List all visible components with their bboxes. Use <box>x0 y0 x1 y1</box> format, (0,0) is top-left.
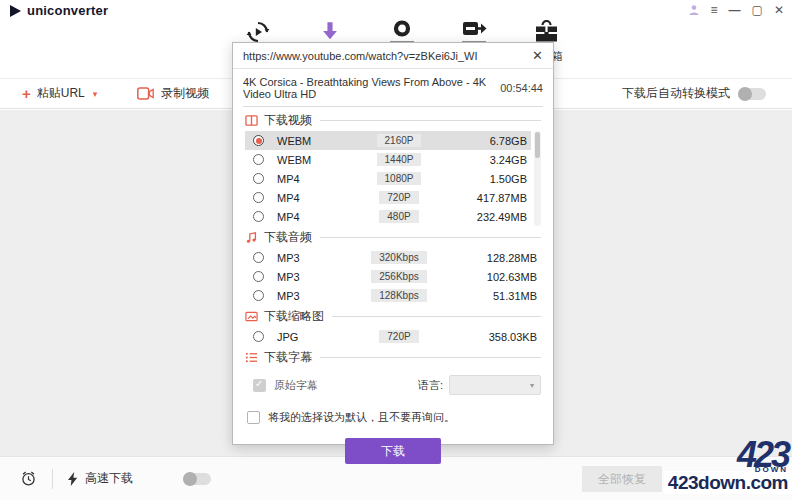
auto-convert-group: 下载后自动转换模式 <box>622 85 766 102</box>
dialog-close-icon[interactable]: ✕ <box>532 49 543 62</box>
paste-url-button[interactable]: + 粘贴URL ▾ <box>22 85 97 102</box>
radio-button[interactable] <box>253 192 264 203</box>
video-options-list: WEBM2160P6.78GBWEBM1440P3.24GBMP41080P1.… <box>245 131 541 226</box>
section-header-audio: 下载音频 <box>245 227 541 248</box>
format-label: MP3 <box>277 290 363 302</box>
radio-button[interactable] <box>253 331 264 342</box>
default-choice-row: 将我的选择设为默认，且不要再询问。 <box>245 410 541 425</box>
quality-badge-wrap: 2160P <box>363 134 435 147</box>
radio-button[interactable] <box>253 252 264 263</box>
scrollbar-thumb[interactable] <box>535 132 540 158</box>
scrollbar[interactable] <box>534 131 541 226</box>
divider <box>332 316 541 317</box>
quality-badge-wrap: 1080P <box>363 172 435 185</box>
chevron-down-icon[interactable]: ▾ <box>93 89 98 99</box>
quality-badge-wrap: 720P <box>363 191 435 204</box>
record-video-label: 录制视频 <box>161 85 209 102</box>
option-row-mp3-128kbps[interactable]: MP3128Kbps51.31MB <box>245 286 541 305</box>
high-speed-toggle[interactable] <box>183 473 211 485</box>
toggle-knob <box>183 472 197 486</box>
radio-button[interactable] <box>253 173 264 184</box>
option-row-mp4-480p[interactable]: MP4480P232.49MB <box>245 207 531 226</box>
download-icon <box>319 20 341 42</box>
option-row-mp4-720p[interactable]: MP4720P417.87MB <box>245 188 531 207</box>
language-dropdown[interactable]: ▾ <box>449 375 541 395</box>
quality-badge-wrap: 128Kbps <box>363 289 435 302</box>
schedule-clock-icon[interactable] <box>20 470 37 487</box>
window-controls: ≡ — ▢ ✕ <box>688 2 784 18</box>
radio-button[interactable] <box>253 290 264 301</box>
record-video-button[interactable]: 录制视频 <box>137 85 209 102</box>
file-size: 232.49MB <box>435 211 531 223</box>
auto-convert-toggle[interactable] <box>738 88 766 100</box>
divider <box>320 357 541 358</box>
option-row-webm-2160p[interactable]: WEBM2160P6.78GB <box>245 131 531 150</box>
paste-url-label: 粘贴URL <box>37 85 85 102</box>
divider <box>52 469 53 489</box>
lightning-icon <box>68 472 78 486</box>
format-label: MP3 <box>277 271 363 283</box>
dialog-body: 下载视频 WEBM2160P6.78GBWEBM1440P3.24GBMP410… <box>233 107 553 464</box>
quality-badge: 480P <box>379 210 418 223</box>
original-subtitle-label: 原始字幕 <box>274 378 318 393</box>
quality-badge: 2160P <box>377 134 422 147</box>
file-size: 3.24GB <box>435 154 531 166</box>
radio-button[interactable] <box>253 135 264 146</box>
quality-badge-wrap: 320Kbps <box>363 251 435 264</box>
download-dialog: https://www.youtube.com/watch?v=zBKei6Ji… <box>232 42 554 445</box>
menu-icon[interactable]: ≡ <box>711 3 718 17</box>
section-title-subtitle: 下载字幕 <box>264 349 312 366</box>
subtitle-row: 原始字幕 语言: ▾ <box>245 375 541 395</box>
file-size: 102.63MB <box>435 271 541 283</box>
radio-button[interactable] <box>253 211 264 222</box>
video-url: https://www.youtube.com/watch?v=zBKei6Ji… <box>243 50 532 62</box>
thumbnail-options-list: JPG720P358.03KB <box>245 327 541 346</box>
file-size: 417.87MB <box>435 192 531 204</box>
original-subtitle-checkbox[interactable] <box>253 379 266 392</box>
quality-badge-wrap: 480P <box>363 210 435 223</box>
video-duration: 00:54:44 <box>500 82 543 94</box>
quality-badge: 128Kbps <box>371 289 426 302</box>
format-label: MP4 <box>277 211 363 223</box>
quality-badge: 256Kbps <box>371 270 426 283</box>
option-row-jpg-720p[interactable]: JPG720P358.03KB <box>245 327 541 346</box>
format-label: MP4 <box>277 192 363 204</box>
section-title-audio: 下载音频 <box>264 229 312 246</box>
resume-all-button[interactable]: 全部恢复 <box>582 466 662 492</box>
app-name: uniconverter <box>27 3 108 18</box>
option-row-mp3-256kbps[interactable]: MP3256Kbps102.63MB <box>245 267 541 286</box>
record-icon <box>391 20 413 39</box>
divider <box>320 120 541 121</box>
user-account-icon[interactable] <box>688 4 700 16</box>
file-size: 51.31MB <box>435 290 541 302</box>
video-file-icon <box>245 114 258 127</box>
radio-button[interactable] <box>253 271 264 282</box>
app-logo: uniconverter <box>9 3 108 18</box>
plus-icon: + <box>22 87 31 101</box>
maximize-icon[interactable]: ▢ <box>752 3 763 17</box>
video-camera-icon <box>137 87 154 100</box>
minimize-icon[interactable]: — <box>729 3 741 17</box>
set-default-label: 将我的选择设为默认，且不要再询问。 <box>268 410 455 425</box>
play-logo-icon <box>9 4 22 18</box>
format-label: WEBM <box>277 135 363 147</box>
subtitle-list-icon <box>245 351 258 364</box>
file-size: 128.28MB <box>435 252 541 264</box>
download-button[interactable]: 下载 <box>345 438 441 464</box>
file-size: 6.78GB <box>435 135 531 147</box>
format-label: MP3 <box>277 252 363 264</box>
watermark-logo: 423 DOWN <box>737 441 792 471</box>
close-window-icon[interactable]: ✕ <box>774 3 784 17</box>
option-row-mp3-320kbps[interactable]: MP3320Kbps128.28MB <box>245 248 541 267</box>
toolbox-icon <box>534 20 559 43</box>
radio-button[interactable] <box>253 154 264 165</box>
dialog-title-row: 4K Corsica - Breathtaking Views From Abo… <box>233 69 553 105</box>
format-label: MP4 <box>277 173 363 185</box>
watermark-423down: 423 DOWN 423down.com <box>664 441 792 494</box>
toggle-knob <box>738 87 752 101</box>
option-row-mp4-1080p[interactable]: MP41080P1.50GB <box>245 169 531 188</box>
quality-badge: 320Kbps <box>371 251 426 264</box>
set-default-checkbox[interactable] <box>247 411 260 424</box>
dropdown-caret-icon: ▾ <box>530 381 534 390</box>
option-row-webm-1440p[interactable]: WEBM1440P3.24GB <box>245 150 531 169</box>
